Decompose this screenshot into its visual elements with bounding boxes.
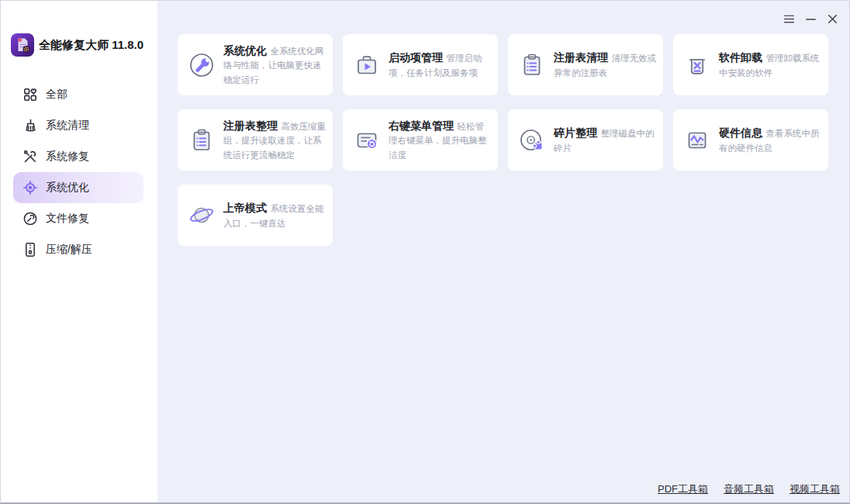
feature-card-text: 软件卸载 管理卸载系统中安装的软件: [719, 50, 822, 79]
sidebar-item-all[interactable]: 全部: [13, 79, 143, 110]
feature-card-registry-clean[interactable]: 注册表清理 清理无效或异常的注册表: [508, 34, 663, 95]
startup-box-icon: [354, 52, 380, 78]
close-icon: [827, 13, 838, 25]
feature-card-software-uninstall[interactable]: 软件卸载 管理卸载系统中安装的软件: [673, 34, 828, 95]
sidebar-item-system-clean[interactable]: 系统清理: [13, 110, 143, 141]
app-logo-icon: [11, 33, 34, 57]
feature-card-god-mode[interactable]: 上帝模式 系统设置全能入口，一键直达: [178, 185, 333, 246]
sidebar-nav: 全部 系统清理 系统修复 系统优化 文件修复 压缩/解压: [1, 79, 157, 265]
sidebar-item-label: 全部: [46, 88, 67, 102]
sidebar-item-label: 文件修复: [46, 212, 89, 226]
feature-card-text: 启动项管理 管理启动项，任务计划及服务项: [389, 50, 492, 79]
sidebar-item-system-repair[interactable]: 系统修复: [13, 141, 143, 172]
feature-card-title: 注册表整理: [223, 119, 278, 132]
footer-link-pdf-toolbox[interactable]: PDF工具箱: [658, 482, 708, 496]
sidebar-item-system-optimize[interactable]: 系统优化: [13, 172, 143, 203]
feature-card-startup-manager[interactable]: 启动项管理 管理启动项，任务计划及服务项: [343, 34, 498, 95]
feature-card-title: 软件卸载: [719, 51, 762, 64]
minimize-button[interactable]: [800, 9, 821, 29]
feature-card-text: 系统优化 全系统优化网络与性能，让电脑更快速稳定运行: [223, 43, 327, 86]
target-icon: [22, 180, 38, 195]
grid-heart-icon: [22, 87, 38, 102]
menu-icon: [783, 14, 795, 24]
feature-card-title: 硬件信息: [719, 126, 762, 139]
feature-grid: 系统优化 全系统优化网络与性能，让电脑更快速稳定运行 启动项管理 管理启动项，任…: [178, 34, 849, 246]
zip-file-icon: [22, 242, 38, 257]
planet-ring-icon: [188, 202, 215, 229]
footer-link-audio-toolbox[interactable]: 音频工具箱: [724, 482, 774, 496]
feature-card-title: 碎片整理: [554, 126, 597, 139]
feature-card-hardware-info[interactable]: 硬件信息 查看系统中所有的硬件信息: [673, 109, 828, 171]
feature-card-context-menu[interactable]: 右键菜单管理 轻松管理右键菜单，提升电脑整洁度: [343, 109, 498, 171]
feature-card-title: 系统优化: [223, 44, 267, 57]
clipboard-list-icon: [519, 52, 545, 78]
monitor-wave-icon: [684, 127, 710, 154]
sidebar-item-zip[interactable]: 压缩/解压: [13, 234, 143, 265]
feature-card-text: 硬件信息 查看系统中所有的硬件信息: [719, 126, 822, 154]
wrench-circle-icon: [188, 52, 215, 78]
feature-card-registry-defrag[interactable]: 注册表整理 高效压缩重组，提升读取速度，让系统运行更流畅稳定: [178, 109, 333, 171]
sidebar-item-label: 压缩/解压: [46, 243, 92, 257]
window-controls: [778, 9, 843, 29]
sidebar: 全能修复大师 11.8.0 全部 系统清理 系统修复 系统优化 文件修复 压缩/…: [1, 1, 157, 502]
sidebar-item-label: 系统清理: [46, 119, 89, 133]
feature-card-text: 注册表整理 高效压缩重组，提升读取速度，让系统运行更流畅稳定: [223, 119, 327, 161]
feature-card-text: 右键菜单管理 轻松管理右键菜单，提升电脑整洁度: [389, 119, 492, 161]
feature-card-title: 启动项管理: [389, 51, 443, 64]
footer-link-video-toolbox[interactable]: 视频工具箱: [790, 482, 840, 496]
context-menu-icon: [354, 127, 380, 154]
sidebar-item-label: 系统优化: [46, 181, 89, 195]
trash-x-icon: [684, 52, 710, 78]
logo-row: 全能修复大师 11.8.0: [1, 33, 157, 57]
feature-card-text: 注册表清理 清理无效或异常的注册表: [554, 50, 657, 79]
circle-wrench-icon: [22, 211, 38, 226]
feature-card-disk-defrag[interactable]: 碎片整理 整理磁盘中的碎片: [508, 109, 663, 171]
tools-icon: [22, 149, 38, 164]
sidebar-item-label: 系统修复: [46, 150, 89, 164]
feature-card-title: 注册表清理: [554, 51, 608, 64]
feature-card-title: 上帝模式: [223, 202, 267, 214]
disc-puzzle-icon: [519, 127, 545, 154]
broom-icon: [22, 118, 38, 133]
feature-card-text: 碎片整理 整理磁盘中的碎片: [554, 126, 657, 154]
clipboard-list-icon: [188, 127, 215, 154]
feature-card-text: 上帝模式 系统设置全能入口，一键直达: [223, 201, 327, 230]
app-title: 全能修复大师 11.8.0: [39, 38, 143, 53]
close-button[interactable]: [821, 9, 843, 29]
sidebar-item-file-repair[interactable]: 文件修复: [13, 203, 143, 234]
app-window: 全能修复大师 11.8.0 全部 系统清理 系统修复 系统优化 文件修复 压缩/…: [0, 0, 850, 504]
feature-card-title: 右键菜单管理: [389, 119, 454, 132]
feature-card-system-optimize[interactable]: 系统优化 全系统优化网络与性能，让电脑更快速稳定运行: [178, 34, 333, 95]
minimize-icon: [805, 13, 817, 25]
main-area: 系统优化 全系统优化网络与性能，让电脑更快速稳定运行 启动项管理 管理启动项，任…: [157, 1, 849, 502]
menu-button[interactable]: [778, 9, 800, 29]
footer-links: PDF工具箱 音频工具箱 视频工具箱: [658, 482, 840, 496]
